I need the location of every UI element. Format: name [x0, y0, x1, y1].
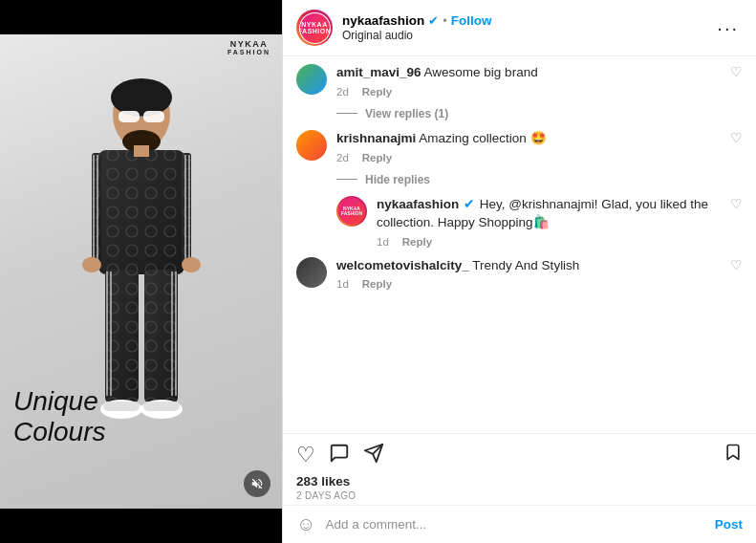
comments-section: amit_mavi_96 Awesome big brand 2d Reply … [283, 56, 756, 433]
comment-text: krishnanajmi Amazing collection 🤩 [336, 130, 730, 148]
emoji-button[interactable]: ☺ [296, 513, 315, 535]
hide-replies-label[interactable]: Hide replies [365, 173, 430, 186]
header-info: nykaafashion ✔ • Follow Original audio [342, 13, 713, 42]
comment-content: Amazing collection 🤩 [419, 131, 546, 145]
svg-rect-4 [143, 111, 164, 122]
like-comment-icon[interactable]: ♡ [730, 64, 743, 79]
comment-time: 1d [336, 278, 349, 290]
nested-reply: NYKAAFASHION nykaafashion ✔ Hey, @krishn… [336, 196, 743, 248]
top-bar [0, 0, 282, 34]
watermark-line1: NYKAA [227, 40, 270, 49]
username-label: nykaafashion [342, 13, 424, 28]
svg-rect-3 [119, 111, 140, 122]
like-reply-icon[interactable]: ♡ [730, 196, 743, 211]
reply-button[interactable]: Reply [362, 152, 392, 163]
comment-meta: 2d Reply [336, 86, 730, 98]
svg-rect-27 [103, 402, 140, 411]
original-audio-label: Original audio [342, 29, 713, 42]
comment-item: amit_mavi_96 Awesome big brand 2d Reply … [296, 64, 743, 98]
svg-point-2 [111, 78, 172, 117]
actions-bar: ♡ 283 likes 2 DAYS AGO [283, 433, 756, 505]
comment-text: welcometovishalcity_ Trendy And Stylish [336, 257, 730, 275]
more-options-button[interactable]: ··· [713, 17, 743, 39]
commenter-username[interactable]: krishnanajmi [336, 131, 416, 145]
comment-time: 2d [336, 152, 349, 163]
reply-time: 1d [377, 236, 389, 248]
video-panel: NYKAA FASHION Unique Colours [0, 0, 282, 543]
comment-meta: 1d Reply [336, 278, 730, 290]
comment-item: krishnanajmi Amazing collection 🤩 2d Rep… [296, 130, 743, 163]
verified-icon-reply: ✔ [464, 197, 475, 211]
reply-button[interactable]: Reply [362, 278, 392, 290]
reply-avatar: NYKAAFASHION [336, 196, 367, 227]
mute-button[interactable] [244, 470, 270, 497]
comment-content: Awesome big brand [424, 65, 538, 79]
comment-input[interactable] [325, 517, 714, 532]
hide-replies-toggle[interactable]: Hide replies [336, 173, 743, 186]
watermark-line2: FASHION [227, 49, 270, 55]
follow-button[interactable]: Follow [451, 13, 492, 28]
action-icons-row: ♡ [296, 442, 743, 468]
reply-button[interactable]: Reply [402, 236, 432, 248]
comment-body: amit_mavi_96 Awesome big brand 2d Reply [336, 64, 730, 98]
like-button[interactable]: ♡ [296, 443, 315, 467]
separator: • [443, 13, 447, 28]
comment-item: welcometovishalcity_ Trendy And Stylish … [296, 257, 743, 291]
svg-point-30 [82, 257, 101, 272]
comment-item: NYKAAFASHION nykaafashion ✔ Hey, @krishn… [336, 196, 743, 248]
reply-body: nykaafashion ✔ Hey, @krishnanajmi! Glad,… [377, 196, 730, 248]
commenter-username[interactable]: amit_mavi_96 [336, 65, 421, 79]
dash-line [336, 179, 357, 180]
comment-body: krishnanajmi Amazing collection 🤩 2d Rep… [336, 130, 730, 163]
share-button[interactable] [363, 443, 384, 468]
reply-button[interactable]: Reply [362, 86, 392, 98]
add-comment-bar: ☺ Post [283, 505, 756, 543]
profile-avatar[interactable]: NYKAAFASHION [296, 10, 333, 46]
post-date: 2 DAYS AGO [296, 490, 743, 501]
save-button[interactable] [724, 442, 743, 468]
comment-content: Trendy And Stylish [472, 258, 579, 272]
reply-meta: 1d Reply [377, 236, 730, 248]
bottom-bar [0, 509, 282, 543]
commenter-avatar [296, 257, 327, 288]
view-replies-toggle[interactable]: View replies (1) [336, 107, 743, 120]
comment-body: welcometovishalcity_ Trendy And Stylish … [336, 257, 730, 291]
promo-line1: Unique [13, 386, 105, 417]
comment-meta: 2d Reply [336, 152, 730, 163]
commenter-username[interactable]: welcometovishalcity_ [336, 258, 469, 272]
verified-icon: ✔ [428, 13, 439, 28]
likes-count: 283 likes [296, 474, 743, 489]
svg-rect-28 [143, 402, 180, 411]
right-panel: NYKAAFASHION nykaafashion ✔ • Follow Ori… [282, 0, 756, 543]
reply-username[interactable]: nykaafashion [377, 197, 459, 211]
commenter-avatar [296, 64, 327, 95]
dash-line [336, 113, 357, 114]
comment-text: amit_mavi_96 Awesome big brand [336, 64, 730, 82]
svg-point-31 [182, 257, 201, 272]
post-comment-button[interactable]: Post [715, 517, 743, 532]
svg-rect-8 [98, 150, 184, 274]
svg-rect-29 [134, 145, 149, 157]
like-comment-icon[interactable]: ♡ [730, 257, 743, 272]
promo-line2: Colours [13, 417, 105, 447]
commenter-avatar [296, 130, 327, 161]
comment-time: 2d [336, 86, 349, 98]
like-comment-icon[interactable]: ♡ [730, 130, 743, 145]
brand-watermark: NYKAA FASHION [227, 40, 270, 55]
promo-text: Unique Colours [13, 386, 105, 447]
comment-button[interactable] [329, 443, 350, 468]
post-header: NYKAAFASHION nykaafashion ✔ • Follow Ori… [283, 0, 756, 56]
view-replies-label[interactable]: View replies (1) [365, 107, 448, 120]
reply-text: nykaafashion ✔ Hey, @krishnanajmi! Glad,… [377, 196, 730, 232]
